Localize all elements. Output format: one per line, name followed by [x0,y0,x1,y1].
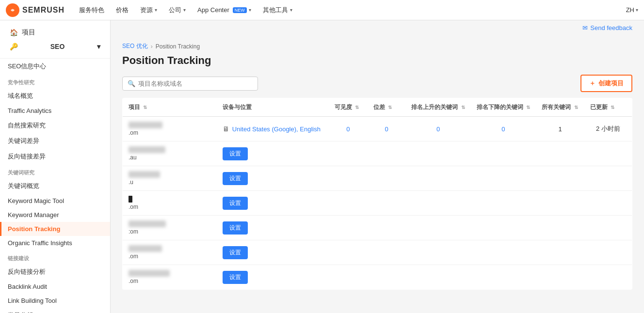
project-thumb [129,171,160,178]
device-cell-4: 设置 [217,191,329,216]
sidebar-item-backlink-analysis[interactable]: 反向链接分析 [0,264,110,280]
nav-item-features[interactable]: 服务特色 [74,3,109,17]
send-feedback-button[interactable]: ✉ Send feedback [582,20,632,35]
toolbar: 🔍 ＋ 创建项目 [111,75,644,98]
updated-cell-5 [584,216,632,240]
sidebar-item-domain-overview[interactable]: 域名概览 [0,88,110,104]
allkw-cell-6 [536,240,584,265]
table-row: .u 设置 [123,166,632,191]
sort-project-icon[interactable]: ⇅ [143,105,147,110]
setup-button[interactable]: 设置 [223,147,248,160]
updated-cell-7 [584,265,632,290]
rankdown-cell-5 [471,216,536,240]
sort-updated-icon[interactable]: ⇅ [611,105,614,110]
sidebar-item-link-building[interactable]: Link Building Tool [0,294,110,308]
allkw-cell-4 [536,191,584,216]
rankup-cell-7 [405,265,470,290]
posdiff-cell-6 [368,240,406,265]
search-box[interactable]: 🔍 [122,77,258,91]
nav-item-appcenter[interactable]: App Center NEW ▾ [193,3,256,17]
allkw-cell-2 [536,141,584,166]
location-info[interactable]: 🖥 United States (Google), English [223,125,323,133]
allkw-cell-1: 1 [536,117,584,141]
sidebar-group-competitive: 竞争性研究 [0,74,110,88]
project-thumb-dark [129,196,132,203]
rankup-cell-3 [405,166,470,191]
updated-cell-4 [584,191,632,216]
sidebar: 🏠 项目 🔑 SEO ▾ SEO信息中心 竞争性研究 域名概览 Traffic … [0,20,111,313]
sidebar-item-seo-info[interactable]: SEO信息中心 [0,59,110,74]
sort-all-icon[interactable]: ⇅ [574,105,578,110]
updated-cell-2 [584,141,632,166]
nav-items: 服务特色 价格 资源 ▾ 公司 ▾ App Center NEW ▾ 其他工具 … [74,3,626,17]
sort-down-icon[interactable]: ⇅ [526,105,530,110]
seo-expand-icon: ▾ [97,43,100,50]
nav-item-resources[interactable]: 资源 ▾ [135,3,162,17]
create-project-button[interactable]: ＋ 创建项目 [580,75,632,92]
sidebar-item-keyword-manager[interactable]: Keyword Manager [0,208,110,222]
sidebar-item-traffic-analytics[interactable]: Traffic Analytics [0,104,110,118]
search-input[interactable] [138,80,253,87]
sidebar-item-organic-insights[interactable]: Organic Traffic Insights [0,236,110,250]
table-row: .om 设置 [123,240,632,265]
nav-item-tools[interactable]: 其他工具 ▾ [258,3,297,17]
sidebar-item-backlink-diff[interactable]: 反向链接差异 [0,149,110,164]
sidebar-item-keyword-diff[interactable]: 关键词差异 [0,133,110,149]
breadcrumb-current: Position Tracking [156,43,200,50]
breadcrumb-parent[interactable]: SEO 优化 [122,42,148,50]
project-domain: .om [129,253,211,260]
sidebar-group-link: 链接建设 [0,250,110,264]
sort-pos-icon[interactable]: ⇅ [388,105,392,110]
home-icon: 🏠 [10,29,18,36]
project-cell-6: .om [123,240,217,265]
sidebar-item-keyword-overview[interactable]: 关键词概览 [0,178,110,194]
sidebar-item-keyword-magic[interactable]: Keyword Magic Tool [0,194,110,208]
visibility-cell-4 [329,191,368,216]
top-navigation: SEMRUSH 服务特色 价格 资源 ▾ 公司 ▾ App Center NEW… [0,0,644,20]
project-thumb [129,122,162,128]
setup-button[interactable]: 设置 [223,172,248,185]
rankup-cell-2 [405,141,470,166]
project-info: .om [129,122,211,136]
rankdown-cell-3 [471,166,536,191]
project-cell-7: .om [123,265,217,290]
posdiff-cell-4 [368,191,406,216]
breadcrumb-separator: › [151,43,153,50]
sort-vis-icon[interactable]: ⇅ [355,105,359,110]
sidebar-seo-section[interactable]: 🔑 SEO ▾ [6,40,104,53]
logo[interactable]: SEMRUSH [6,3,64,17]
setup-button[interactable]: 设置 [223,221,248,235]
col-project: 项目 ⇅ [123,98,217,117]
sidebar-item-bulk-analysis[interactable]: 批量分析 [0,308,110,313]
posdiff-cell-5 [368,216,406,240]
setup-button[interactable]: 设置 [223,197,248,210]
project-thumb [129,220,166,227]
lang-arrow-icon: ▾ [636,7,638,13]
visibility-cell-6 [329,240,368,265]
project-thumb [129,146,165,153]
sidebar-item-home[interactable]: 🏠 项目 [6,25,104,40]
nav-item-pricing[interactable]: 价格 [111,3,133,17]
rankup-cell-5 [405,216,470,240]
project-thumb [129,245,162,252]
updated-cell-1: 2 小时前 [584,117,632,141]
nav-item-company[interactable]: 公司 ▾ [164,3,191,17]
setup-button[interactable]: 设置 [223,271,248,284]
visibility-cell-3 [329,166,368,191]
sidebar-item-natural-search[interactable]: 自然搜索研究 [0,118,110,133]
language-selector[interactable]: ZH ▾ [626,6,638,14]
feedback-icon: ✉ [582,24,588,31]
sort-up-icon[interactable]: ⇅ [461,105,465,110]
setup-button[interactable]: 设置 [223,246,248,259]
sidebar-item-position-tracking[interactable]: Position Tracking [0,222,110,236]
col-posdiff: 位差 ⇅ [368,98,406,117]
project-info: .om [129,196,211,210]
sidebar-item-backlink-audit[interactable]: Backlink Audit [0,280,110,294]
rankdown-cell-2 [471,141,536,166]
projects-table: 项目 ⇅ 设备与位置 可见度 ⇅ 位差 ⇅ [122,98,632,290]
project-cell-5: :om [123,216,217,240]
col-updated: 已更新 ⇅ [584,98,632,117]
appcenter-arrow-icon: ▾ [249,7,251,13]
rankup-cell-4 [405,191,470,216]
main-layout: 🏠 项目 🔑 SEO ▾ SEO信息中心 竞争性研究 域名概览 Traffic … [0,20,644,313]
